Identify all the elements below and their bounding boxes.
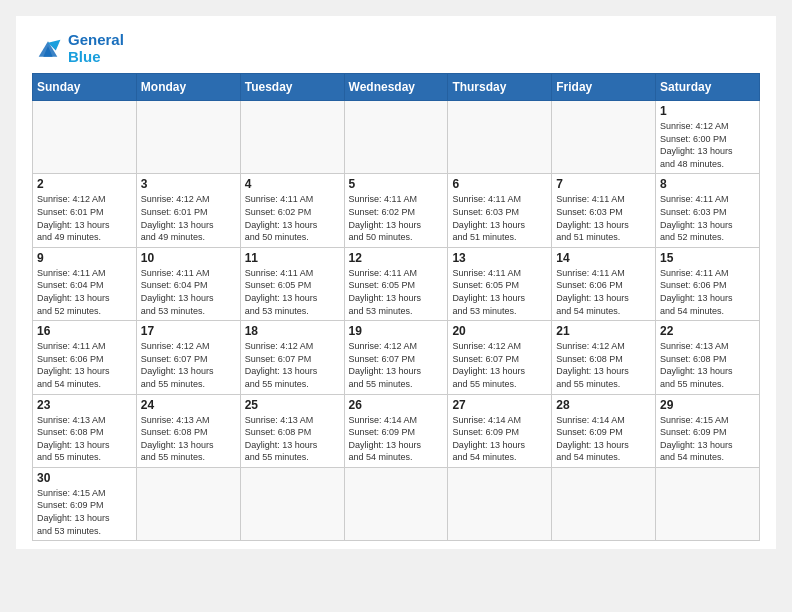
calendar-cell [552, 467, 656, 540]
calendar-cell: 14Sunrise: 4:11 AM Sunset: 6:06 PM Dayli… [552, 247, 656, 320]
calendar-cell: 7Sunrise: 4:11 AM Sunset: 6:03 PM Daylig… [552, 174, 656, 247]
calendar-cell: 10Sunrise: 4:11 AM Sunset: 6:04 PM Dayli… [136, 247, 240, 320]
calendar-cell: 27Sunrise: 4:14 AM Sunset: 6:09 PM Dayli… [448, 394, 552, 467]
day-number: 18 [245, 324, 340, 338]
day-number: 11 [245, 251, 340, 265]
week-row-4: 16Sunrise: 4:11 AM Sunset: 6:06 PM Dayli… [33, 321, 760, 394]
day-info: Sunrise: 4:11 AM Sunset: 6:04 PM Dayligh… [141, 267, 236, 317]
calendar-cell: 13Sunrise: 4:11 AM Sunset: 6:05 PM Dayli… [448, 247, 552, 320]
weekday-header-row: SundayMondayTuesdayWednesdayThursdayFrid… [33, 74, 760, 101]
day-info: Sunrise: 4:14 AM Sunset: 6:09 PM Dayligh… [452, 414, 547, 464]
day-number: 14 [556, 251, 651, 265]
day-number: 22 [660, 324, 755, 338]
day-number: 3 [141, 177, 236, 191]
calendar-cell: 4Sunrise: 4:11 AM Sunset: 6:02 PM Daylig… [240, 174, 344, 247]
day-number: 8 [660, 177, 755, 191]
day-number: 23 [37, 398, 132, 412]
week-row-1: 1Sunrise: 4:12 AM Sunset: 6:00 PM Daylig… [33, 101, 760, 174]
day-number: 10 [141, 251, 236, 265]
day-info: Sunrise: 4:12 AM Sunset: 6:00 PM Dayligh… [660, 120, 755, 170]
day-number: 28 [556, 398, 651, 412]
week-row-6: 30Sunrise: 4:15 AM Sunset: 6:09 PM Dayli… [33, 467, 760, 540]
day-info: Sunrise: 4:13 AM Sunset: 6:08 PM Dayligh… [37, 414, 132, 464]
day-number: 26 [349, 398, 444, 412]
day-number: 19 [349, 324, 444, 338]
week-row-3: 9Sunrise: 4:11 AM Sunset: 6:04 PM Daylig… [33, 247, 760, 320]
day-info: Sunrise: 4:12 AM Sunset: 6:01 PM Dayligh… [141, 193, 236, 243]
calendar-cell: 29Sunrise: 4:15 AM Sunset: 6:09 PM Dayli… [656, 394, 760, 467]
calendar-cell: 9Sunrise: 4:11 AM Sunset: 6:04 PM Daylig… [33, 247, 137, 320]
day-info: Sunrise: 4:12 AM Sunset: 6:01 PM Dayligh… [37, 193, 132, 243]
day-number: 25 [245, 398, 340, 412]
day-info: Sunrise: 4:11 AM Sunset: 6:05 PM Dayligh… [245, 267, 340, 317]
calendar-cell [552, 101, 656, 174]
weekday-header-thursday: Thursday [448, 74, 552, 101]
day-info: Sunrise: 4:11 AM Sunset: 6:05 PM Dayligh… [452, 267, 547, 317]
day-info: Sunrise: 4:11 AM Sunset: 6:06 PM Dayligh… [556, 267, 651, 317]
day-number: 6 [452, 177, 547, 191]
day-info: Sunrise: 4:11 AM Sunset: 6:02 PM Dayligh… [245, 193, 340, 243]
day-info: Sunrise: 4:14 AM Sunset: 6:09 PM Dayligh… [556, 414, 651, 464]
calendar-cell: 19Sunrise: 4:12 AM Sunset: 6:07 PM Dayli… [344, 321, 448, 394]
day-number: 27 [452, 398, 547, 412]
calendar-cell: 23Sunrise: 4:13 AM Sunset: 6:08 PM Dayli… [33, 394, 137, 467]
calendar-cell: 11Sunrise: 4:11 AM Sunset: 6:05 PM Dayli… [240, 247, 344, 320]
calendar-cell: 16Sunrise: 4:11 AM Sunset: 6:06 PM Dayli… [33, 321, 137, 394]
day-info: Sunrise: 4:11 AM Sunset: 6:06 PM Dayligh… [660, 267, 755, 317]
day-number: 15 [660, 251, 755, 265]
calendar-cell: 28Sunrise: 4:14 AM Sunset: 6:09 PM Dayli… [552, 394, 656, 467]
day-number: 2 [37, 177, 132, 191]
calendar-cell [344, 467, 448, 540]
week-row-5: 23Sunrise: 4:13 AM Sunset: 6:08 PM Dayli… [33, 394, 760, 467]
calendar-cell: 25Sunrise: 4:13 AM Sunset: 6:08 PM Dayli… [240, 394, 344, 467]
calendar-cell: 20Sunrise: 4:12 AM Sunset: 6:07 PM Dayli… [448, 321, 552, 394]
logo: GeneralBlue [32, 32, 124, 65]
calendar-cell: 3Sunrise: 4:12 AM Sunset: 6:01 PM Daylig… [136, 174, 240, 247]
day-number: 30 [37, 471, 132, 485]
day-info: Sunrise: 4:11 AM Sunset: 6:04 PM Dayligh… [37, 267, 132, 317]
weekday-header-monday: Monday [136, 74, 240, 101]
calendar-cell: 2Sunrise: 4:12 AM Sunset: 6:01 PM Daylig… [33, 174, 137, 247]
day-info: Sunrise: 4:11 AM Sunset: 6:05 PM Dayligh… [349, 267, 444, 317]
day-info: Sunrise: 4:11 AM Sunset: 6:02 PM Dayligh… [349, 193, 444, 243]
header: GeneralBlue [32, 32, 760, 65]
weekday-header-saturday: Saturday [656, 74, 760, 101]
calendar-cell [240, 467, 344, 540]
calendar-cell: 22Sunrise: 4:13 AM Sunset: 6:08 PM Dayli… [656, 321, 760, 394]
calendar-cell [136, 101, 240, 174]
calendar-page: GeneralBlue SundayMondayTuesdayWednesday… [16, 16, 776, 549]
calendar-cell: 12Sunrise: 4:11 AM Sunset: 6:05 PM Dayli… [344, 247, 448, 320]
day-number: 29 [660, 398, 755, 412]
week-row-2: 2Sunrise: 4:12 AM Sunset: 6:01 PM Daylig… [33, 174, 760, 247]
day-number: 5 [349, 177, 444, 191]
day-info: Sunrise: 4:15 AM Sunset: 6:09 PM Dayligh… [37, 487, 132, 537]
day-info: Sunrise: 4:13 AM Sunset: 6:08 PM Dayligh… [141, 414, 236, 464]
day-number: 12 [349, 251, 444, 265]
day-info: Sunrise: 4:12 AM Sunset: 6:07 PM Dayligh… [141, 340, 236, 390]
weekday-header-friday: Friday [552, 74, 656, 101]
calendar-cell [344, 101, 448, 174]
calendar-cell [656, 467, 760, 540]
day-number: 20 [452, 324, 547, 338]
day-info: Sunrise: 4:13 AM Sunset: 6:08 PM Dayligh… [660, 340, 755, 390]
day-number: 24 [141, 398, 236, 412]
day-number: 16 [37, 324, 132, 338]
day-info: Sunrise: 4:11 AM Sunset: 6:03 PM Dayligh… [452, 193, 547, 243]
weekday-header-wednesday: Wednesday [344, 74, 448, 101]
day-number: 4 [245, 177, 340, 191]
calendar-cell [448, 467, 552, 540]
day-number: 21 [556, 324, 651, 338]
day-info: Sunrise: 4:11 AM Sunset: 6:03 PM Dayligh… [660, 193, 755, 243]
weekday-header-tuesday: Tuesday [240, 74, 344, 101]
calendar-cell: 18Sunrise: 4:12 AM Sunset: 6:07 PM Dayli… [240, 321, 344, 394]
calendar-cell: 30Sunrise: 4:15 AM Sunset: 6:09 PM Dayli… [33, 467, 137, 540]
calendar-cell: 1Sunrise: 4:12 AM Sunset: 6:00 PM Daylig… [656, 101, 760, 174]
day-info: Sunrise: 4:15 AM Sunset: 6:09 PM Dayligh… [660, 414, 755, 464]
calendar-cell [136, 467, 240, 540]
day-info: Sunrise: 4:12 AM Sunset: 6:07 PM Dayligh… [452, 340, 547, 390]
calendar-cell: 17Sunrise: 4:12 AM Sunset: 6:07 PM Dayli… [136, 321, 240, 394]
calendar-cell: 6Sunrise: 4:11 AM Sunset: 6:03 PM Daylig… [448, 174, 552, 247]
calendar-cell: 21Sunrise: 4:12 AM Sunset: 6:08 PM Dayli… [552, 321, 656, 394]
calendar-table: SundayMondayTuesdayWednesdayThursdayFrid… [32, 73, 760, 541]
day-number: 1 [660, 104, 755, 118]
